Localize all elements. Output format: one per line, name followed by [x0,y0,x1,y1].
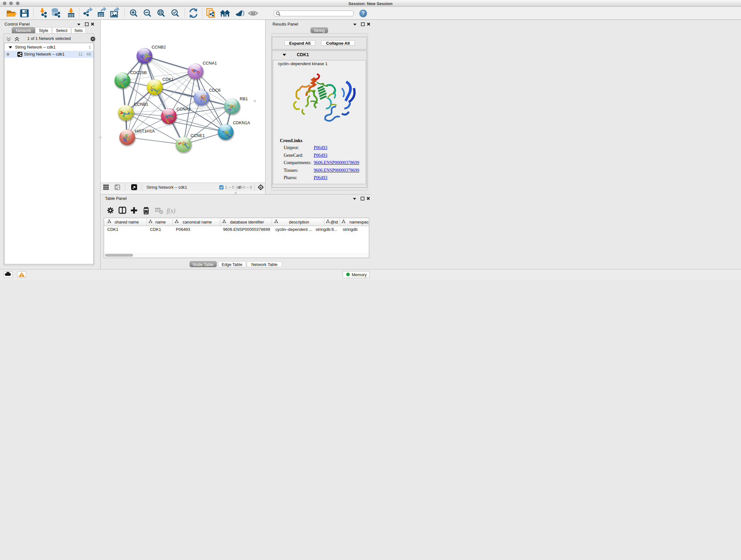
svg-text:CDK1: CDK1 [162,77,174,82]
svg-text:HIST1H1A: HIST1H1A [135,129,155,133]
svg-text:description: description [289,220,309,225]
svg-text:CCNE1: CCNE1 [191,133,205,138]
svg-text:name: name [155,220,166,225]
svg-text:canonical name: canonical name [183,220,212,225]
svg-text:CDC25B: CDC25B [130,70,147,75]
svg-text:@id: @id [330,220,338,225]
svg-text:CDC6: CDC6 [209,88,220,92]
svg-text:shared name: shared name [115,220,139,225]
svg-text:CCNB1: CCNB1 [134,102,148,107]
svg-text:CCNA2: CCNA2 [177,107,191,111]
svg-text:namespac: namespac [349,220,368,225]
svg-text:database identifier: database identifier [230,220,264,225]
svg-text:0 – 0: 0 – 0 [243,185,252,190]
svg-text:String Network – cdk1: String Network – cdk1 [146,185,187,190]
svg-text:CCNA1: CCNA1 [203,61,217,65]
svg-text:f(x): f(x) [166,207,176,214]
svg-text:1 – 0: 1 – 0 [225,185,234,190]
svg-text:RB1: RB1 [240,97,248,101]
svg-text:CCNB2: CCNB2 [151,45,166,50]
svg-text:CDKN1A: CDKN1A [233,120,250,125]
